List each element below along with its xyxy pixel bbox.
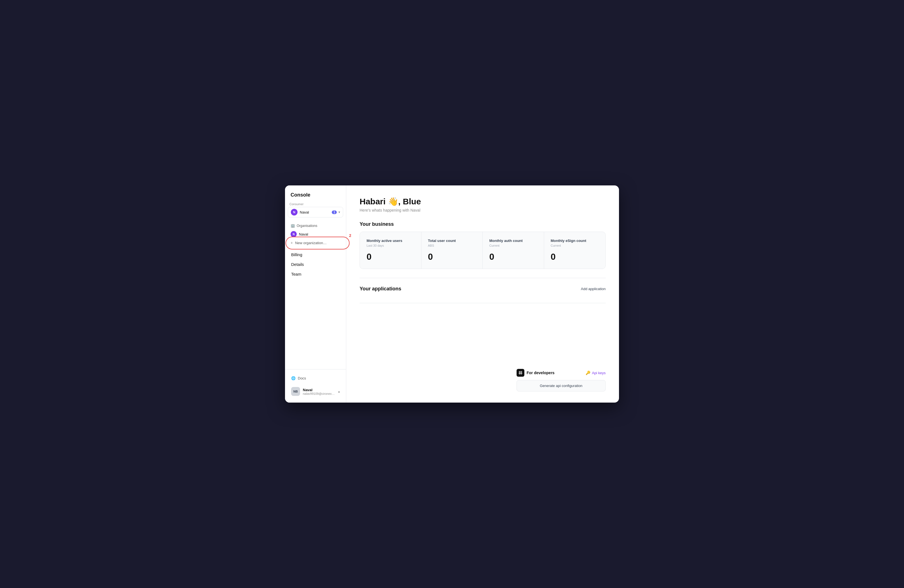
metric-label-esign: Monthly eSign count bbox=[551, 239, 599, 243]
organisations-header: 🏢 Organisations bbox=[288, 222, 343, 229]
dev-panel: For developers 🔑 Api keys Generate api c… bbox=[517, 369, 605, 392]
for-developers-label: For developers bbox=[526, 371, 555, 375]
consumer-label: Consumer bbox=[285, 202, 346, 207]
sidebar-title: Console bbox=[285, 192, 346, 202]
org-item-naval[interactable]: N Naval bbox=[288, 229, 343, 239]
consumer-badge: 1 bbox=[332, 210, 337, 214]
sidebar-item-billing[interactable]: Billing bbox=[288, 250, 343, 259]
your-business-title: Your business bbox=[360, 221, 605, 227]
metric-sublabel-auth: Current bbox=[489, 244, 537, 247]
add-application-button[interactable]: Add application bbox=[581, 287, 605, 291]
user-name: Naval bbox=[303, 388, 335, 392]
page-title: Habari 👋, Blue bbox=[360, 196, 605, 206]
api-key-icon: 🔑 bbox=[586, 371, 590, 375]
metric-value-esign: 0 bbox=[551, 252, 599, 262]
sidebar-nav: Billing Details Team bbox=[285, 247, 346, 279]
docs-icon: 🌐 bbox=[291, 376, 296, 380]
api-keys-button[interactable]: 🔑 Api keys bbox=[586, 371, 605, 375]
sidebar-item-details[interactable]: Details bbox=[288, 260, 343, 269]
metric-label-mau: Monthly active users bbox=[367, 239, 414, 243]
org-icon: 🏢 bbox=[291, 224, 295, 228]
consumer-avatar: N bbox=[291, 209, 297, 215]
user-email: nalav99109@cironex… bbox=[303, 392, 335, 395]
metric-sublabel-esign: Current bbox=[551, 244, 599, 247]
metric-sublabel-mau: Last 30 days bbox=[367, 244, 414, 247]
user-footer[interactable]: NB Naval nalav99109@cironex… ▴ bbox=[288, 385, 343, 398]
chevron-up-icon: ▴ bbox=[338, 389, 340, 394]
sidebar-item-team[interactable]: Team bbox=[288, 270, 343, 279]
org-item-avatar: N bbox=[291, 231, 297, 237]
dev-panel-header: For developers 🔑 Api keys bbox=[517, 369, 605, 377]
metric-label-total: Total user count bbox=[428, 239, 476, 243]
consumer-name: Naval bbox=[300, 210, 332, 214]
developer-icon bbox=[517, 369, 525, 377]
generate-config-button[interactable]: Generate api configuration bbox=[517, 380, 605, 392]
dev-panel-title: For developers bbox=[517, 369, 555, 377]
organisations-section: 🏢 Organisations N Naval 2 + New organiza… bbox=[285, 222, 346, 247]
metric-card-auth: Monthly auth count Current 0 bbox=[483, 232, 544, 269]
metric-card-total: Total user count ABS 0 bbox=[421, 232, 483, 269]
your-applications-title: Your applications bbox=[360, 286, 401, 292]
divider-2 bbox=[360, 303, 605, 303]
metric-value-mau: 0 bbox=[367, 252, 414, 262]
org-item-label: Naval bbox=[299, 232, 308, 236]
user-info: Naval nalav99109@cironex… bbox=[303, 388, 335, 395]
organisations-label: Organisations bbox=[297, 224, 317, 228]
docs-item[interactable]: 🌐 Docs bbox=[288, 374, 343, 383]
metric-card-esign: Monthly eSign count Current 0 bbox=[544, 232, 605, 269]
app-window: Console Consumer N Naval 1 ▾ 🏢 Organisat… bbox=[285, 185, 619, 403]
plus-icon: + bbox=[291, 240, 293, 245]
user-avatar: NB bbox=[291, 387, 300, 396]
api-keys-label: Api keys bbox=[592, 371, 605, 375]
metrics-grid: Monthly active users Last 30 days 0 Tota… bbox=[360, 232, 605, 269]
metric-sublabel-total: ABS bbox=[428, 244, 476, 247]
metric-value-total: 0 bbox=[428, 252, 476, 262]
chevron-down-icon: ▾ bbox=[338, 210, 340, 214]
docs-label: Docs bbox=[298, 376, 306, 380]
sidebar: Console Consumer N Naval 1 ▾ 🏢 Organisat… bbox=[285, 185, 346, 403]
page-subtitle: Here's whats happening with Naval bbox=[360, 208, 605, 212]
divider-1 bbox=[360, 278, 605, 278]
metric-label-auth: Monthly auth count bbox=[489, 239, 537, 243]
apps-header: Your applications Add application bbox=[360, 286, 605, 292]
sidebar-bottom: 🌐 Docs NB Naval nalav99109@cironex… ▴ bbox=[285, 369, 346, 403]
new-org-item[interactable]: 2 + New organization… bbox=[288, 239, 343, 247]
consumer-select[interactable]: N Naval 1 ▾ bbox=[288, 207, 343, 217]
metric-card-mau: Monthly active users Last 30 days 0 bbox=[360, 232, 421, 269]
metric-value-auth: 0 bbox=[489, 252, 537, 262]
new-org-label: New organization… bbox=[295, 241, 327, 245]
main-content: Habari 👋, Blue Here's whats happening wi… bbox=[346, 185, 619, 403]
